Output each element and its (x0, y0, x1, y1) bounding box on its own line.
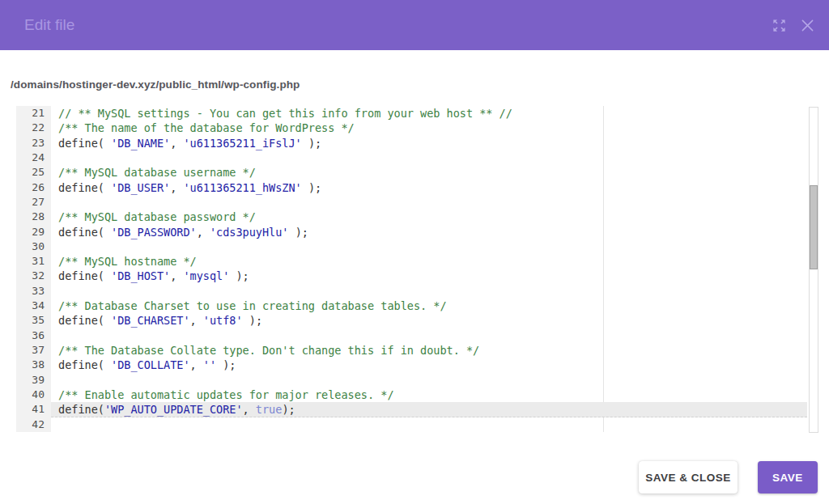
code-editor[interactable]: 2122232425262728293031323334353637383940… (0, 106, 829, 433)
line-number: 25 (16, 165, 51, 180)
modal-header: Edit file (0, 0, 829, 50)
line-number: 22 (16, 121, 51, 135)
code-line[interactable]: /** Database Charset to use in creating … (51, 299, 807, 313)
scrollbar-thumb[interactable] (810, 185, 818, 269)
code-token-plain: define( (58, 137, 111, 150)
code-line[interactable] (51, 417, 807, 432)
code-token-string: 'DB_COLLATE' (111, 358, 190, 371)
edit-file-modal: Edit file /domains/hostinger-dev.xyz/pub… (0, 0, 829, 504)
code-token-plain: , (170, 269, 183, 282)
line-number: 28 (16, 210, 51, 224)
line-number: 34 (16, 299, 51, 313)
gutter: 2122232425262728293031323334353637383940… (16, 106, 51, 432)
code-token-plain: ); (302, 137, 321, 150)
code-token-string: 'DB_PASSWORD' (111, 226, 197, 239)
header-icons (770, 0, 816, 50)
line-number: 29 (16, 225, 51, 239)
code-token-plain: define( (58, 314, 111, 327)
code-token-plain: ); (289, 226, 308, 239)
line-number: 31 (16, 254, 51, 269)
line-number: 40 (16, 388, 51, 402)
line-number: 26 (16, 180, 51, 195)
line-number: 27 (16, 195, 51, 210)
code-token-plain: define( (58, 181, 111, 194)
code-line[interactable] (51, 195, 807, 210)
code-token-comment: /** MySQL hostname */ (58, 255, 197, 268)
line-number: 41 (16, 402, 51, 417)
line-number: 36 (16, 328, 51, 343)
code-token-plain: define( (58, 226, 111, 239)
save-close-button[interactable]: SAVE & CLOSE (639, 461, 738, 493)
code-token-comment: /** MySQL database password */ (58, 210, 256, 223)
code-line[interactable]: /** Enable automatic updates for major r… (51, 388, 807, 402)
code-token-plain: ); (229, 269, 249, 282)
line-number: 23 (16, 136, 51, 150)
code-token-string: 'DB_HOST' (111, 269, 170, 282)
line-number: 39 (16, 373, 51, 388)
code-token-comment: // ** MySQL settings - You can get this … (58, 107, 512, 120)
modal-title: Edit file (24, 16, 74, 34)
code-token-plain: ); (243, 314, 262, 327)
save-button[interactable]: SAVE (758, 461, 818, 493)
line-number: 42 (16, 417, 51, 432)
code-line[interactable] (51, 373, 807, 388)
code-token-plain: define( (58, 358, 111, 371)
code-token-string: 'mysql' (183, 269, 229, 282)
code-line[interactable]: /** The Database Collate type. Don't cha… (51, 343, 807, 358)
code-token-plain: , (197, 226, 210, 239)
code-line[interactable]: /** MySQL database password */ (51, 210, 807, 224)
code-line[interactable] (51, 239, 807, 254)
code-token-string: 'u611365211_hWsZN' (183, 181, 301, 194)
editor-scrollbar[interactable] (809, 107, 818, 433)
line-number: 21 (16, 106, 51, 121)
code-line[interactable]: define( 'DB_NAME', 'u611365211_iFslJ' ); (51, 136, 807, 150)
line-number: 35 (16, 313, 51, 328)
line-number: 37 (16, 343, 51, 358)
code-token-comment: /** The Database Collate type. Don't cha… (58, 344, 479, 357)
code-line[interactable]: define( 'DB_CHARSET', 'utf8' ); (51, 313, 807, 328)
code-token-plain: , (190, 314, 203, 327)
code-line[interactable]: define( 'DB_PASSWORD', 'cds3puyHlu' ); (51, 225, 807, 239)
code-line[interactable] (51, 150, 807, 165)
code-token-plain: , (243, 403, 256, 416)
line-number: 24 (16, 150, 51, 165)
code-token-comment: /** The name of the database for WordPre… (58, 121, 355, 134)
code-token-string: 'utf8' (203, 314, 243, 327)
code-line[interactable]: /** MySQL database username */ (51, 165, 807, 180)
code-token-comment: /** Enable automatic updates for major r… (58, 388, 394, 401)
line-number: 38 (16, 358, 51, 372)
code-token-atom: true (256, 403, 283, 416)
code-line[interactable] (51, 328, 807, 343)
close-icon[interactable] (798, 16, 816, 34)
line-number: 33 (16, 284, 51, 299)
code-token-string: 'DB_NAME' (111, 137, 170, 150)
line-number: 32 (16, 269, 51, 283)
code-token-plain: define( (58, 269, 111, 282)
code-line[interactable]: // ** MySQL settings - You can get this … (51, 106, 807, 121)
code-line[interactable]: define('WP_AUTO_UPDATE_CORE', true); (51, 402, 807, 417)
code-token-string: 'DB_USER' (111, 181, 170, 194)
code-token-comment: /** MySQL database username */ (58, 166, 256, 179)
code-token-plain: , (190, 358, 203, 371)
file-path: /domains/hostinger-dev.xyz/public_html/w… (11, 78, 300, 91)
line-number: 30 (16, 239, 51, 254)
code-token-plain: , (170, 181, 183, 194)
code-lines: // ** MySQL settings - You can get this … (51, 106, 807, 432)
code-token-string: 'WP_AUTO_UPDATE_CORE' (104, 403, 243, 416)
code-line[interactable]: define( 'DB_HOST', 'mysql' ); (51, 269, 807, 283)
code-token-string: '' (203, 358, 216, 371)
code-line[interactable]: /** MySQL hostname */ (51, 254, 807, 269)
code-token-plain: ); (216, 358, 236, 371)
code-token-comment: /** Database Charset to use in creating … (58, 299, 447, 312)
code-token-plain: , (170, 137, 183, 150)
modal-footer: SAVE & CLOSE SAVE (0, 461, 829, 493)
code-line[interactable]: define( 'DB_USER', 'u611365211_hWsZN' ); (51, 180, 807, 195)
code-line[interactable]: /** The name of the database for WordPre… (51, 121, 807, 135)
code-token-string: 'u611365211_iFslJ' (183, 137, 301, 150)
fullscreen-icon[interactable] (770, 16, 788, 34)
code-line[interactable]: define( 'DB_COLLATE', '' ); (51, 358, 807, 372)
code-token-plain: define( (58, 403, 104, 416)
code-line[interactable] (51, 284, 807, 299)
code-token-string: 'cds3puyHlu' (210, 226, 289, 239)
code-token-string: 'DB_CHARSET' (111, 314, 190, 327)
